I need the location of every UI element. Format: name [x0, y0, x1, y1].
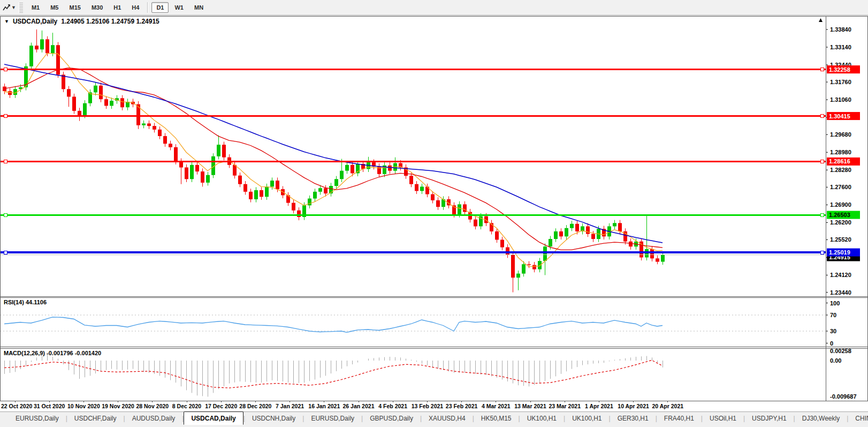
svg-text:28 Nov 2020: 28 Nov 2020: [136, 403, 169, 409]
svg-text:23 Feb 2021: 23 Feb 2021: [446, 403, 478, 409]
hline-price-label: 1.28616: [827, 158, 860, 166]
svg-text:7 Jan 2021: 7 Jan 2021: [276, 403, 304, 409]
svg-text:1.25019: 1.25019: [829, 249, 850, 256]
symbol-label: USDCAD,Daily: [13, 18, 57, 25]
line-handle[interactable]: [4, 213, 7, 216]
svg-text:1.26900: 1.26900: [830, 201, 851, 208]
hline-price-label: 1.32258: [827, 65, 860, 73]
chart-tab-dj30-weekly[interactable]: DJ30,Weekly: [795, 412, 847, 425]
chart-title: ▼ USDCAD,Daily 1.24905 1.25106 1.24759 1…: [4, 18, 159, 25]
svg-text:10 Apr 2021: 10 Apr 2021: [618, 403, 649, 409]
svg-text:1.28280: 1.28280: [830, 167, 851, 173]
svg-text:1.29680: 1.29680: [830, 131, 851, 138]
svg-text:4 Mar 2021: 4 Mar 2021: [482, 403, 511, 409]
chart-tab-hk50-m15[interactable]: HK50,M15: [474, 412, 519, 425]
svg-text:19 Nov 2020: 19 Nov 2020: [102, 403, 134, 409]
line-handle[interactable]: [820, 68, 824, 71]
line-handle[interactable]: [820, 251, 824, 254]
chart-tab-usoil-h1[interactable]: USOil,H1: [703, 412, 743, 425]
chart-tab-fra40-h1[interactable]: FRA40,H1: [657, 412, 701, 425]
svg-text:0.00: 0.00: [830, 357, 841, 364]
svg-text:1.32258: 1.32258: [829, 66, 850, 73]
svg-text:4 Feb 2021: 4 Feb 2021: [378, 403, 407, 409]
svg-text:70: 70: [830, 312, 836, 318]
tf-button-d1[interactable]: D1: [151, 2, 169, 13]
chart-tab-usdjpy-h1[interactable]: USDJPY,H1: [745, 412, 793, 425]
macd-indicator-label: MACD(12,26,9) -0.001796 -0.001420: [4, 350, 101, 356]
dropdown-caret-icon[interactable]: ▼: [11, 5, 16, 10]
svg-text:1.26503: 1.26503: [829, 212, 850, 218]
line-handle[interactable]: [820, 213, 824, 216]
svg-text:1.28616: 1.28616: [829, 158, 850, 164]
svg-text:20 Apr 2021: 20 Apr 2021: [652, 403, 684, 409]
line-handle[interactable]: [820, 160, 824, 163]
tf-button-h4[interactable]: H4: [127, 2, 144, 13]
svg-text:1.23440: 1.23440: [830, 289, 851, 296]
tf-button-m15[interactable]: M15: [64, 2, 85, 13]
chart-tab-audusd-daily[interactable]: AUDUSD,Daily: [125, 412, 182, 425]
tf-button-m5[interactable]: M5: [45, 2, 63, 13]
chart-tab-eurusd-daily[interactable]: EURUSD,Daily: [9, 412, 66, 425]
line-handle[interactable]: [4, 160, 7, 163]
svg-text:28 Dec 2020: 28 Dec 2020: [239, 403, 271, 409]
svg-text:13 Mar 2021: 13 Mar 2021: [514, 403, 546, 409]
chart-tab-usdcad-daily[interactable]: USDCAD,Daily: [184, 411, 243, 425]
svg-text:8 Dec 2020: 8 Dec 2020: [172, 403, 201, 409]
top-toolbar: ▼ M1M5M15M30H1H4D1W1MN: [0, 0, 868, 16]
svg-text:30: 30: [830, 328, 836, 334]
toolbar-grip-handle[interactable]: [19, 2, 23, 13]
line-handle[interactable]: [4, 115, 7, 118]
svg-text:1.30415: 1.30415: [829, 113, 850, 119]
svg-text:26 Jan 2021: 26 Jan 2021: [343, 403, 375, 409]
svg-text:31 Oct 2020: 31 Oct 2020: [34, 403, 65, 409]
chart-tab-gbpusd-daily[interactable]: GBPUSD,Daily: [363, 412, 420, 425]
svg-text:1.26200: 1.26200: [830, 219, 851, 226]
svg-text:13 Feb 2021: 13 Feb 2021: [412, 403, 444, 409]
line-handle[interactable]: [820, 115, 824, 118]
chart-tab-ger30-h1[interactable]: GER30,H1: [611, 412, 656, 425]
svg-text:1.33140: 1.33140: [830, 44, 851, 50]
hline-price-label: 1.30415: [827, 112, 860, 120]
chart-tool-icon[interactable]: [2, 3, 11, 12]
ohlc-values: 1.24905 1.25106 1.24759 1.24915: [61, 18, 159, 25]
timeframe-button-group: M1M5M15M30H1H4D1W1MN: [26, 2, 209, 13]
svg-text:100: 100: [830, 300, 840, 306]
bottom-strip: [0, 425, 868, 427]
svg-text:1.33840: 1.33840: [830, 26, 851, 33]
chart-tab-usdchf-daily[interactable]: USDCHF,Daily: [67, 412, 124, 425]
svg-text:1.31760: 1.31760: [830, 79, 851, 85]
mt4-window: { "toolbar": { "timeframes": ["M1","M5",…: [0, 0, 868, 427]
svg-text:0: 0: [830, 340, 833, 347]
hline-price-label: 1.26503: [827, 211, 860, 219]
tf-button-m1[interactable]: M1: [27, 2, 44, 13]
svg-text:1.27600: 1.27600: [830, 184, 851, 190]
svg-text:17 Dec 2020: 17 Dec 2020: [205, 403, 237, 409]
svg-text:-0.009687: -0.009687: [830, 393, 857, 400]
svg-text:1.24120: 1.24120: [830, 272, 851, 278]
hline-price-label: 1.25019: [827, 249, 860, 257]
symbol-dropdown-icon[interactable]: ▼: [4, 19, 9, 24]
svg-text:23 Mar 2021: 23 Mar 2021: [549, 403, 581, 409]
chart-tab-china300-h1[interactable]: CHINA300,H1: [848, 412, 868, 425]
rsi-indicator-label: RSI(14) 44.1106: [4, 299, 47, 305]
chart-tab-eurusd-daily[interactable]: EURUSD,Daily: [304, 412, 361, 425]
tf-button-mn[interactable]: MN: [189, 2, 208, 13]
svg-text:0.00258: 0.00258: [830, 348, 851, 354]
svg-text:1.28980: 1.28980: [830, 149, 851, 155]
svg-text:10 Nov 2020: 10 Nov 2020: [67, 403, 100, 409]
tf-button-w1[interactable]: W1: [170, 2, 188, 13]
date-axis: 22 Oct 202031 Oct 202010 Nov 202019 Nov …: [1, 401, 683, 409]
svg-text:1 Apr 2021: 1 Apr 2021: [585, 403, 613, 409]
line-handle[interactable]: [4, 68, 7, 71]
svg-text:1.25520: 1.25520: [830, 236, 851, 243]
tf-button-m30[interactable]: M30: [87, 2, 108, 13]
svg-text:1.31060: 1.31060: [830, 96, 851, 103]
line-handle[interactable]: [4, 251, 7, 254]
chart-tab-uk100-h1[interactable]: UK100,H1: [565, 412, 608, 425]
chart-tab-usdcnh-daily[interactable]: USDCNH,Daily: [245, 412, 302, 425]
chart-tab-xauusd-h4[interactable]: XAUUSD,H4: [422, 412, 473, 425]
chart-canvas[interactable]: 1.338401.331401.324401.317601.310601.303…: [0, 0, 868, 427]
svg-text:16 Jan 2021: 16 Jan 2021: [308, 403, 340, 409]
tf-button-h1[interactable]: H1: [109, 2, 126, 13]
chart-tab-uk100-h1[interactable]: UK100,H1: [520, 412, 564, 425]
